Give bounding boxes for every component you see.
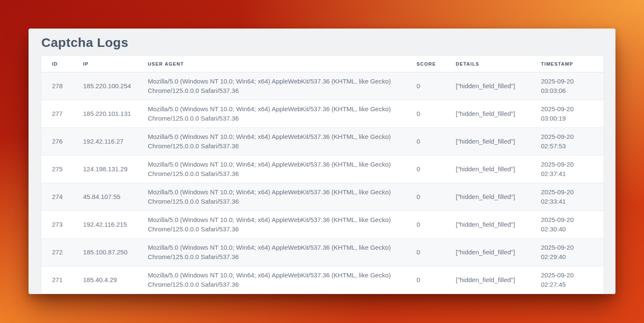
cell-id: 275 (41, 155, 83, 183)
cell-score: 0 (417, 127, 456, 155)
cell-timestamp-time: 02:37:41 (541, 169, 595, 179)
cell-details: ["hidden_field_filled"] (456, 183, 541, 211)
cell-user-agent: Mozilla/5.0 (Windows NT 10.0; Win64; x64… (148, 238, 417, 266)
cell-details: ["hidden_field_filled"] (456, 127, 541, 155)
cell-ip: 192.42.116.27 (83, 127, 148, 155)
cell-id: 278 (41, 72, 83, 100)
cell-user-agent: Mozilla/5.0 (Windows NT 10.0; Win64; x64… (148, 183, 417, 211)
page-background: { "page_title": "Captcha Logs", "colors"… (0, 0, 644, 323)
cell-timestamp-date: 2025-09-20 (541, 243, 595, 252)
cell-timestamp-time: 02:27:45 (541, 280, 595, 289)
cell-id: 274 (41, 183, 83, 211)
cell-timestamp-date: 2025-09-20 (541, 160, 595, 169)
cell-ip: 185.40.4.29 (83, 266, 148, 294)
cell-user-agent: Mozilla/5.0 (Windows NT 10.0; Win64; x64… (148, 155, 417, 183)
cell-id: 272 (41, 238, 83, 266)
cell-timestamp-time: 03:00:19 (541, 114, 595, 123)
column-header-details: DETAILS (456, 56, 541, 72)
cell-user-agent: Mozilla/5.0 (Windows NT 10.0; Win64; x64… (148, 127, 417, 155)
table-row: 272 185.100.87.250 Mozilla/5.0 (Windows … (41, 238, 604, 266)
cell-score: 0 (417, 100, 456, 127)
cell-score: 0 (417, 155, 456, 183)
cell-details: ["hidden_field_filled"] (456, 72, 541, 100)
table-row: 271 185.40.4.29 Mozilla/5.0 (Windows NT … (41, 266, 604, 294)
cell-user-agent: Mozilla/5.0 (Windows NT 10.0; Win64; x64… (148, 266, 417, 294)
table-row: 274 45.84.107.55 Mozilla/5.0 (Windows NT… (41, 183, 604, 211)
table-body: 278 185.220.100.254 Mozilla/5.0 (Windows… (41, 72, 604, 294)
cell-timestamp: 2025-09-20 02:37:41 (541, 155, 604, 183)
cell-timestamp: 2025-09-20 03:03:06 (541, 72, 604, 100)
cell-details: ["hidden_field_filled"] (456, 211, 541, 238)
table-row: 273 192.42.116.215 Mozilla/5.0 (Windows … (41, 211, 604, 238)
cell-score: 0 (417, 211, 456, 238)
captcha-logs-card: Captcha Logs ID IP USER AGENT SCORE DETA… (29, 29, 615, 294)
table-row: 276 192.42.116.27 Mozilla/5.0 (Windows N… (41, 127, 604, 155)
cell-id: 273 (41, 211, 83, 238)
cell-user-agent: Mozilla/5.0 (Windows NT 10.0; Win64; x64… (148, 100, 417, 127)
column-header-timestamp: TIMESTAMP (541, 56, 604, 72)
captcha-logs-table: ID IP USER AGENT SCORE DETAILS TIMESTAMP… (41, 56, 604, 294)
cell-timestamp-date: 2025-09-20 (541, 104, 595, 114)
cell-ip: 185.100.87.250 (83, 238, 148, 266)
cell-id: 271 (41, 266, 83, 294)
table-row: 277 185.220.101.131 Mozilla/5.0 (Windows… (41, 100, 604, 127)
cell-score: 0 (417, 72, 456, 100)
cell-timestamp-time: 02:57:53 (541, 141, 595, 151)
cell-timestamp-date: 2025-09-20 (541, 132, 595, 141)
cell-score: 0 (417, 183, 456, 211)
cell-score: 0 (417, 266, 456, 294)
cell-details: ["hidden_field_filled"] (456, 100, 541, 127)
cell-score: 0 (417, 238, 456, 266)
cell-ip: 185.220.100.254 (83, 72, 148, 100)
cell-timestamp: 2025-09-20 02:57:53 (541, 127, 604, 155)
cell-timestamp-date: 2025-09-20 (541, 271, 595, 280)
cell-timestamp: 2025-09-20 03:00:19 (541, 100, 604, 127)
table-row: 278 185.220.100.254 Mozilla/5.0 (Windows… (41, 72, 604, 100)
table-row: 275 124.198.131.29 Mozilla/5.0 (Windows … (41, 155, 604, 183)
cell-ip: 192.42.116.215 (83, 211, 148, 238)
cell-id: 277 (41, 100, 83, 127)
column-header-user-agent: USER AGENT (148, 56, 417, 72)
cell-ip: 124.198.131.29 (83, 155, 148, 183)
cell-user-agent: Mozilla/5.0 (Windows NT 10.0; Win64; x64… (148, 211, 417, 238)
cell-timestamp: 2025-09-20 02:33:41 (541, 183, 604, 211)
cell-timestamp: 2025-09-20 02:30:40 (541, 211, 604, 238)
cell-timestamp-date: 2025-09-20 (541, 77, 595, 86)
cell-details: ["hidden_field_filled"] (456, 266, 541, 294)
cell-timestamp-time: 02:33:41 (541, 197, 595, 206)
cell-user-agent: Mozilla/5.0 (Windows NT 10.0; Win64; x64… (148, 72, 417, 100)
column-header-score: SCORE (417, 56, 456, 72)
cell-timestamp: 2025-09-20 02:27:45 (541, 266, 604, 294)
cell-timestamp-time: 02:30:40 (541, 225, 595, 234)
cell-timestamp: 2025-09-20 02:29:40 (541, 238, 604, 266)
table-header: ID IP USER AGENT SCORE DETAILS TIMESTAMP (41, 56, 604, 72)
column-header-id: ID (41, 56, 83, 72)
cell-timestamp-time: 03:03:06 (541, 86, 595, 95)
cell-timestamp-date: 2025-09-20 (541, 215, 595, 225)
page-title: Captcha Logs (41, 35, 128, 50)
cell-ip: 185.220.101.131 (83, 100, 148, 127)
captcha-logs-table-container: ID IP USER AGENT SCORE DETAILS TIMESTAMP… (41, 56, 604, 294)
cell-id: 276 (41, 127, 83, 155)
column-header-ip: IP (83, 56, 148, 72)
cell-details: ["hidden_field_filled"] (456, 238, 541, 266)
cell-ip: 45.84.107.55 (83, 183, 148, 211)
cell-timestamp-date: 2025-09-20 (541, 187, 595, 197)
table-header-row: ID IP USER AGENT SCORE DETAILS TIMESTAMP (41, 56, 604, 72)
cell-timestamp-time: 02:29:40 (541, 252, 595, 262)
cell-details: ["hidden_field_filled"] (456, 155, 541, 183)
